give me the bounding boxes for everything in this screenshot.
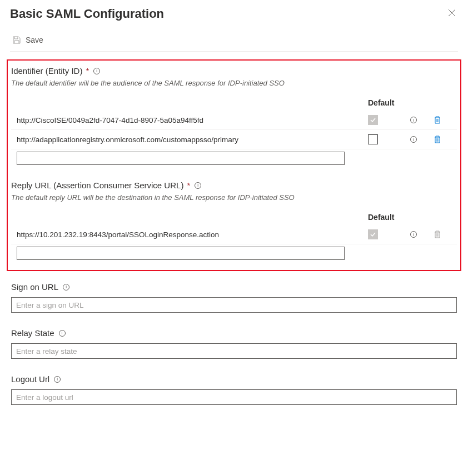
highlighted-config-area: Identifier (Entity ID) * i The default i… <box>7 59 461 271</box>
default-column-header: Default <box>368 213 401 222</box>
info-icon[interactable]: i <box>63 284 69 290</box>
close-button[interactable] <box>446 7 458 21</box>
reply-description: The default reply URL will be the destin… <box>11 193 457 202</box>
info-icon[interactable]: i <box>195 182 201 189</box>
info-icon[interactable]: i <box>59 330 66 337</box>
logout-title-row: Logout Url i <box>11 374 457 384</box>
default-checkbox[interactable] <box>368 115 378 125</box>
reply-add-row <box>11 244 457 262</box>
required-indicator: * <box>86 66 89 76</box>
signon-url-section: Sign on URL i <box>10 282 458 313</box>
checkmark-icon <box>370 231 376 238</box>
signon-url-input[interactable] <box>11 297 457 313</box>
trash-icon <box>433 230 442 239</box>
default-checkbox[interactable] <box>368 134 378 144</box>
info-icon[interactable]: i <box>54 376 61 383</box>
identifier-url: http://adapplicationregistry.onmicrosoft… <box>17 136 368 144</box>
save-label: Save <box>26 36 43 44</box>
trash-icon <box>433 135 442 144</box>
info-icon[interactable]: i <box>410 136 417 143</box>
reply-title: Reply URL (Assertion Consumer Service UR… <box>11 181 183 190</box>
relay-title-row: Relay State i <box>11 328 457 338</box>
delete-button[interactable] <box>433 116 442 124</box>
identifier-section: Identifier (Entity ID) * i The default i… <box>11 66 457 167</box>
save-button[interactable]: Save <box>10 34 46 46</box>
table-row: http://adapplicationregistry.onmicrosoft… <box>11 130 457 149</box>
identifier-add-row <box>11 149 457 167</box>
delete-button[interactable] <box>433 230 442 239</box>
table-row: http://CiscoISE/0049a2fd-7047-4d1d-8907-… <box>11 111 457 130</box>
reply-new-input[interactable] <box>17 247 345 260</box>
checkmark-icon <box>370 117 376 123</box>
info-icon[interactable]: i <box>93 68 100 74</box>
reply-title-row: Reply URL (Assertion Consumer Service UR… <box>11 181 457 190</box>
identifier-title-row: Identifier (Entity ID) * i <box>11 66 457 76</box>
identifier-table-header: Default <box>11 95 457 111</box>
relay-state-section: Relay State i <box>10 328 458 359</box>
info-icon[interactable]: i <box>410 117 417 123</box>
reply-table-header: Default <box>11 209 457 225</box>
default-column-header: Default <box>368 98 401 107</box>
trash-icon <box>433 116 442 124</box>
identifier-url: http://CiscoISE/0049a2fd-7047-4d1d-8907-… <box>17 116 368 124</box>
close-icon <box>448 9 456 17</box>
reply-url: https://10.201.232.19:8443/portal/SSOLog… <box>17 231 368 239</box>
relay-state-input[interactable] <box>11 343 457 359</box>
signon-title-row: Sign on URL i <box>11 282 457 292</box>
signon-title: Sign on URL <box>11 282 58 292</box>
save-icon <box>12 36 21 44</box>
logout-title: Logout Url <box>11 374 49 384</box>
logout-url-section: Logout Url i <box>10 374 458 405</box>
relay-title: Relay State <box>11 328 54 338</box>
required-indicator: * <box>187 181 190 190</box>
default-checkbox[interactable] <box>368 229 378 239</box>
identifier-new-input[interactable] <box>17 152 345 165</box>
delete-button[interactable] <box>433 135 442 144</box>
logout-url-input[interactable] <box>11 389 457 405</box>
identifier-description: The default identifier will be the audie… <box>11 79 457 87</box>
page-title: Basic SAML Configuration <box>10 7 164 21</box>
info-icon[interactable]: i <box>410 231 417 238</box>
identifier-title: Identifier (Entity ID) <box>11 66 82 76</box>
reply-url-section: Reply URL (Assertion Consumer Service UR… <box>11 181 457 262</box>
table-row: https://10.201.232.19:8443/portal/SSOLog… <box>11 225 457 244</box>
